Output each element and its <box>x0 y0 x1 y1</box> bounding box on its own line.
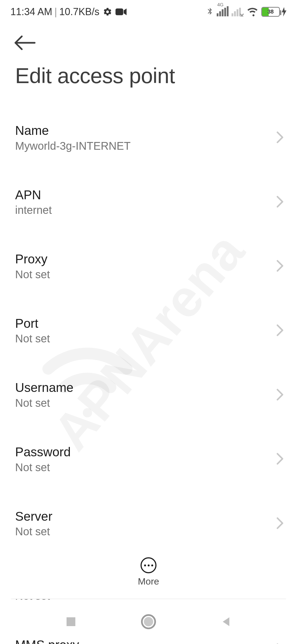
svg-point-12 <box>144 617 153 626</box>
row-value: Not set <box>15 525 284 538</box>
svg-rect-5 <box>227 6 229 16</box>
svg-rect-4 <box>224 8 226 16</box>
bluetooth-icon <box>206 6 214 18</box>
row-value: Not set <box>15 396 284 410</box>
status-right: 4G <box>206 6 287 18</box>
row-password[interactable]: Password Not set <box>15 441 284 478</box>
status-separator: | <box>54 6 57 18</box>
row-username[interactable]: Username Not set <box>15 376 284 414</box>
nav-home-button[interactable] <box>141 614 156 630</box>
row-server[interactable]: Server Not set <box>15 505 284 542</box>
nav-recent-button[interactable] <box>64 615 78 628</box>
row-value: Not set <box>15 461 284 474</box>
row-label: Name <box>15 124 284 138</box>
svg-rect-2 <box>219 11 221 16</box>
row-label: Username <box>15 381 284 395</box>
status-bar: 11:34 AM | 10.7KB/s 4G <box>0 0 297 23</box>
chevron-right-icon <box>276 196 284 209</box>
chevron-right-icon <box>276 389 284 402</box>
row-label: APN <box>15 188 284 202</box>
chevron-right-icon <box>276 453 284 466</box>
chevron-right-icon <box>276 131 284 144</box>
camera-icon <box>116 8 127 16</box>
chevron-right-icon <box>276 324 284 337</box>
svg-rect-6 <box>232 13 233 16</box>
row-value: Not set <box>15 332 284 345</box>
row-value: internet <box>15 203 284 217</box>
row-label: Port <box>15 316 284 331</box>
more-icon <box>141 557 156 573</box>
signal-sim1-icon: 4G <box>217 6 229 18</box>
more-label: More <box>138 576 159 587</box>
row-label: Proxy <box>15 252 284 266</box>
row-port[interactable]: Port Not set <box>15 312 284 350</box>
more-button[interactable]: More <box>0 545 297 599</box>
charging-icon <box>282 7 287 17</box>
back-button[interactable] <box>14 35 36 51</box>
svg-rect-8 <box>237 9 238 16</box>
svg-rect-1 <box>217 13 218 16</box>
row-label: Password <box>15 445 284 459</box>
gear-icon <box>103 7 112 17</box>
mobile-gen-label: 4G <box>217 2 224 8</box>
chevron-right-icon <box>276 260 284 273</box>
status-time: 11:34 AM <box>10 6 52 18</box>
wifi-icon <box>246 6 258 18</box>
battery-indicator: 38 <box>261 7 287 17</box>
row-apn[interactable]: APN internet <box>15 184 284 221</box>
svg-rect-0 <box>116 8 123 15</box>
page-title: Edit access point <box>15 63 175 88</box>
navigation-bar <box>0 599 297 644</box>
row-proxy[interactable]: Proxy Not set <box>15 248 284 285</box>
row-value: Myworld-3g-INTERNET <box>15 139 284 152</box>
chevron-right-icon <box>276 517 284 530</box>
nav-back-button[interactable] <box>219 615 233 628</box>
status-network-speed: 10.7KB/s <box>59 6 99 18</box>
svg-rect-10 <box>67 617 75 626</box>
battery-percent: 38 <box>262 9 279 15</box>
row-label: Server <box>15 509 284 523</box>
status-left: 11:34 AM | 10.7KB/s <box>10 6 127 18</box>
svg-rect-3 <box>222 9 223 16</box>
svg-rect-9 <box>239 8 241 16</box>
row-value: Not set <box>15 268 284 281</box>
row-name[interactable]: Name Myworld-3g-INTERNET <box>15 119 284 157</box>
signal-sim2-icon <box>232 6 244 18</box>
svg-rect-7 <box>234 11 236 16</box>
